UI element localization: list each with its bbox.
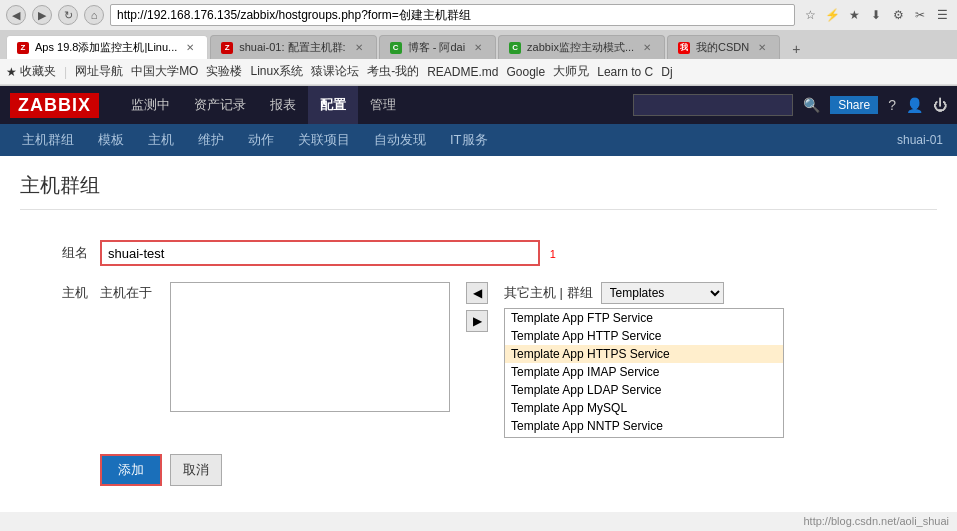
back-button[interactable]: ◀ — [6, 5, 26, 25]
bookmark-google[interactable]: Google — [507, 65, 546, 79]
group-name-label: 组名 — [20, 240, 100, 262]
tab-label-5: 我的CSDN — [696, 40, 749, 55]
tab-close-5[interactable]: ✕ — [755, 41, 769, 55]
new-tab-button[interactable]: + — [786, 39, 806, 59]
hosts-sublabel: 主机在于 — [100, 282, 152, 302]
nav-assets[interactable]: 资产记录 — [182, 86, 258, 124]
group-dropdown[interactable]: Templates Linux servers Windows servers … — [601, 282, 724, 304]
share-button[interactable]: Share — [830, 96, 878, 114]
tab-label-2: shuai-01: 配置主机群: — [239, 40, 345, 55]
sec-nav-hostgroups[interactable]: 主机群组 — [10, 124, 86, 156]
footer-url: http://blog.csdn.net/aoli_shuai — [803, 515, 949, 527]
secondary-nav: 主机群组 模板 主机 维护 动作 关联项目 自动发现 IT服务 shuai-01 — [0, 124, 957, 156]
right-side: 其它主机 | 群组 Templates Linux servers Window… — [504, 282, 784, 438]
bookmark-icon[interactable]: ★ — [845, 6, 863, 24]
tab-label-4: zabbix监控主动模式... — [527, 40, 634, 55]
header-right: 🔍 Share ? 👤 ⏻ — [633, 94, 947, 116]
sec-nav-discovery[interactable]: 自动发现 — [362, 124, 438, 156]
bookmark-favorites-label: 收藏夹 — [20, 63, 56, 80]
help-icon[interactable]: ? — [888, 97, 896, 113]
bookmark-nav[interactable]: 网址导航 — [75, 63, 123, 80]
bookmark-star-icon: ★ — [6, 65, 17, 79]
group-name-input[interactable] — [100, 240, 540, 266]
star-icon[interactable]: ☆ — [801, 6, 819, 24]
tab-favicon-1: Z — [17, 42, 29, 54]
bookmark-forum[interactable]: 猿课论坛 — [311, 63, 359, 80]
right-list-item[interactable]: Template App IMAP Service — [505, 363, 783, 381]
bookmark-mooc[interactable]: 中国大学MO — [131, 63, 198, 80]
bookmark-lab[interactable]: 实验楼 — [206, 63, 242, 80]
browser-tabs: Z Aps 19.8添加监控主机|Linu... ✕ Z shuai-01: 配… — [0, 31, 957, 59]
zabbix-logo: ZABBIX — [10, 93, 99, 118]
group-name-row: 组名 1 — [20, 240, 937, 266]
bookmark-bug[interactable]: 考虫-我的 — [367, 63, 419, 80]
zabbix-app: ZABBIX 监测中 资产记录 报表 配置 管理 🔍 Share ? 👤 ⏻ 主… — [0, 86, 957, 512]
tab-3[interactable]: C 博客 - 阿dai ✕ — [379, 35, 496, 59]
hosts-right-list[interactable]: Template App FTP ServiceTemplate App HTT… — [504, 308, 784, 438]
sec-nav-hosts[interactable]: 主机 — [136, 124, 186, 156]
hosts-left-list[interactable] — [170, 282, 450, 412]
download-icon[interactable]: ⬇ — [867, 6, 885, 24]
menu-icon[interactable]: ☰ — [933, 6, 951, 24]
sec-nav-actions[interactable]: 动作 — [236, 124, 286, 156]
current-user-label: shuai-01 — [897, 133, 947, 147]
cancel-button[interactable]: 取消 — [170, 454, 222, 486]
right-list-item[interactable]: Template App NTP Service — [505, 435, 783, 438]
tools-icon[interactable]: ✂ — [911, 6, 929, 24]
bookmark-linux[interactable]: Linux系统 — [250, 63, 303, 80]
bookmark-favorites[interactable]: ★ 收藏夹 — [6, 63, 56, 80]
page-content: 主机群组 组名 1 主机 主机在于 — [0, 156, 957, 512]
nav-admin[interactable]: 管理 — [358, 86, 408, 124]
action-buttons: 添加 取消 — [20, 454, 937, 486]
address-bar[interactable] — [110, 4, 795, 26]
user-icon[interactable]: 👤 — [906, 97, 923, 113]
lightning-icon[interactable]: ⚡ — [823, 6, 841, 24]
other-hosts-header: 其它主机 | 群组 Templates Linux servers Window… — [504, 282, 784, 304]
tab-2[interactable]: Z shuai-01: 配置主机群: ✕ — [210, 35, 376, 59]
forward-button[interactable]: ▶ — [32, 5, 52, 25]
nav-monitoring[interactable]: 监测中 — [119, 86, 182, 124]
hosts-section: 主机 主机在于 ◀ ▶ — [20, 282, 937, 438]
tab-label-3: 博客 - 阿dai — [408, 40, 465, 55]
sec-nav-maintenance[interactable]: 维护 — [186, 124, 236, 156]
right-list-item[interactable]: Template App LDAP Service — [505, 381, 783, 399]
nav-reports[interactable]: 报表 — [258, 86, 308, 124]
sec-nav-it-services[interactable]: IT服务 — [438, 124, 500, 156]
secondary-nav-items: 主机群组 模板 主机 维护 动作 关联项目 自动发现 IT服务 — [10, 124, 500, 156]
field-number-1: 1 — [550, 248, 556, 260]
add-button[interactable]: 添加 — [100, 454, 162, 486]
sec-nav-templates[interactable]: 模板 — [86, 124, 136, 156]
transfer-buttons: ◀ ▶ — [458, 282, 496, 332]
tab-favicon-2: Z — [221, 42, 233, 54]
bookmark-learnc[interactable]: Learn to C — [597, 65, 653, 79]
tab-5[interactable]: 我 我的CSDN ✕ — [667, 35, 780, 59]
right-list-item[interactable]: Template App MySQL — [505, 399, 783, 417]
right-list-item[interactable]: Template App NNTP Service — [505, 417, 783, 435]
right-list-item[interactable]: Template App HTTP Service — [505, 327, 783, 345]
bookmark-dashi[interactable]: 大师兄 — [553, 63, 589, 80]
tab-close-1[interactable]: ✕ — [183, 41, 197, 55]
tab-close-2[interactable]: ✕ — [352, 41, 366, 55]
refresh-button[interactable]: ↻ — [58, 5, 78, 25]
power-icon[interactable]: ⏻ — [933, 97, 947, 113]
page-title: 主机群组 — [20, 172, 937, 210]
nav-config[interactable]: 配置 — [308, 86, 358, 124]
browser-icons: ☆ ⚡ ★ ⬇ ⚙ ✂ ☰ — [801, 6, 951, 24]
tab-1[interactable]: Z Aps 19.8添加监控主机|Linu... ✕ — [6, 35, 208, 59]
right-list-item[interactable]: Template App HTTPS Service — [505, 345, 783, 363]
transfer-left-button[interactable]: ◀ — [466, 282, 488, 304]
other-hosts-label: 其它主机 | 群组 — [504, 284, 593, 302]
sec-nav-correlations[interactable]: 关联项目 — [286, 124, 362, 156]
bookmark-dj[interactable]: Dj — [661, 65, 672, 79]
bookmark-readme[interactable]: README.md — [427, 65, 498, 79]
search-icon[interactable]: 🔍 — [803, 97, 820, 113]
tab-4[interactable]: C zabbix监控主动模式... ✕ — [498, 35, 665, 59]
settings-icon[interactable]: ⚙ — [889, 6, 907, 24]
tab-close-4[interactable]: ✕ — [640, 41, 654, 55]
right-list-item[interactable]: Template App FTP Service — [505, 309, 783, 327]
browser-toolbar: ◀ ▶ ↻ ⌂ ☆ ⚡ ★ ⬇ ⚙ ✂ ☰ — [0, 0, 957, 31]
home-button[interactable]: ⌂ — [84, 5, 104, 25]
transfer-right-button[interactable]: ▶ — [466, 310, 488, 332]
header-search-input[interactable] — [633, 94, 793, 116]
tab-close-3[interactable]: ✕ — [471, 41, 485, 55]
